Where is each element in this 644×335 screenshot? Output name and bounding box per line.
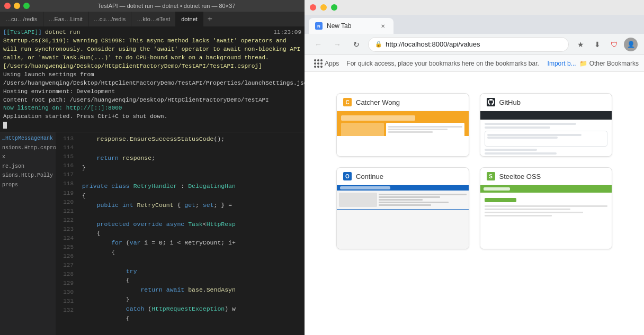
- browser-toolbar-icons: ★ ⬇ 🛡 👤: [573, 37, 638, 52]
- terminal-line-4: Hosting environment: Development: [3, 88, 301, 96]
- code-line: [82, 173, 305, 182]
- browser-tab-newtab[interactable]: N New Tab ✕: [309, 18, 393, 34]
- code-line: private class RetryHandler : DelegatingH…: [82, 182, 305, 191]
- code-line: protected override async Task<HttpResp: [82, 220, 305, 229]
- close-button[interactable]: [4, 3, 11, 9]
- browser-toolbar: ← → ↻ 🔒 http://localhost:8000/api/values…: [305, 34, 644, 55]
- other-bookmarks-label: Other Bookmarks: [589, 60, 639, 67]
- address-bar[interactable]: 🔒 http://localhost:8000/api/values: [368, 37, 569, 52]
- shield-icon[interactable]: 🛡: [607, 37, 622, 52]
- terminal-line-3: Using launch settings from /Users/huangw…: [3, 71, 301, 88]
- folder-icon: 📁: [579, 60, 587, 67]
- terminal-editor-panel: TestAPI — dotnet run — dotnet • dotnet r…: [0, 0, 305, 335]
- code-line: {: [82, 314, 305, 323]
- code-editor: …HttpMessageHank nsions.Http.csproj x re…: [0, 132, 305, 335]
- browser-minimize-button[interactable]: [320, 4, 327, 11]
- code-line: }: [82, 163, 305, 173]
- bookmarks-grid: C Catcher Wong: [336, 93, 612, 249]
- card-favicon: O: [343, 172, 352, 180]
- bookmark-card-catcher-wong[interactable]: C Catcher Wong: [336, 93, 469, 157]
- bookmarks-hint-text: For quick access, place your bookmarks h…: [346, 60, 544, 67]
- line-numbers: 113114115116 117118119120 121122123124 1…: [56, 132, 78, 335]
- browser-maximize-button[interactable]: [331, 4, 337, 11]
- terminal-line-5: Content root path: /Users/huangwenqing/D…: [3, 96, 301, 105]
- file-tree-sidebar: …HttpMessageHank nsions.Http.csproj x re…: [0, 132, 56, 335]
- tab-close-button[interactable]: ✕: [379, 22, 387, 30]
- new-tab-button[interactable]: +: [203, 12, 217, 26]
- code-line: [82, 210, 305, 220]
- editor-tab-1[interactable]: …Eas…Limit: [43, 12, 88, 26]
- browser-tab-bar: N New Tab ✕: [305, 15, 644, 34]
- editor-tab-bar: …cu…/redis …Eas…Limit …cu…/redis …kto…eT…: [0, 12, 305, 26]
- browser-close-button[interactable]: [310, 4, 316, 11]
- user-avatar[interactable]: 👤: [624, 38, 638, 51]
- maximize-button[interactable]: [23, 3, 30, 9]
- browser-panel: N New Tab ✕ ← → ↻ 🔒 http://localhost:800…: [305, 0, 644, 335]
- card-preview: [480, 185, 612, 249]
- editor-tab-4[interactable]: dotnet: [176, 12, 203, 26]
- other-bookmarks-button[interactable]: 📁 Other Bookmarks: [579, 60, 639, 67]
- card-title: Continue: [356, 173, 383, 180]
- code-line: try: [82, 267, 305, 276]
- terminal-line-6: Now listening on: http://[::]:8000: [3, 104, 301, 113]
- code-line: {: [82, 248, 305, 257]
- back-button[interactable]: ←: [311, 37, 326, 52]
- card-favicon: S: [487, 172, 495, 180]
- code-line: [82, 144, 305, 153]
- code-line: catch (HttpRequestException) w: [82, 304, 305, 314]
- terminal-output: [[TestAPI]] dotnet run 11:23:09 Startup.…: [0, 26, 305, 132]
- import-bookmarks-button[interactable]: Import b...: [548, 60, 576, 67]
- window-title: TestAPI — dotnet run — dotnet • dotnet r…: [33, 3, 300, 9]
- code-line: response.EnsureSuccessStatusCode();: [82, 134, 305, 144]
- bookmark-card-github[interactable]: GitHub: [480, 93, 613, 157]
- code-line: return response;: [82, 153, 305, 163]
- card-favicon: C: [343, 98, 352, 106]
- mac-titlebar: TestAPI — dotnet run — dotnet • dotnet r…: [0, 0, 305, 12]
- browser-titlebar: [305, 0, 644, 15]
- terminal-line-7: Application started. Press Ctrl+C to shu…: [3, 113, 301, 121]
- code-line: {: [82, 191, 305, 201]
- apps-button[interactable]: Apps: [310, 58, 343, 69]
- code-line: public int RetryCount { get; set; } =: [82, 201, 305, 210]
- apps-grid-icon: [314, 59, 323, 68]
- newtab-content: C Catcher Wong: [305, 72, 644, 335]
- lock-icon: 🔒: [375, 41, 382, 48]
- tab-label: New Tab: [327, 22, 351, 30]
- bookmark-card-continue[interactable]: O Continue: [336, 167, 469, 249]
- minimize-button[interactable]: [14, 3, 20, 9]
- editor-tab-2[interactable]: …cu…/redis: [88, 12, 132, 26]
- bookmark-star-icon[interactable]: ★: [573, 37, 588, 52]
- card-title: GitHub: [499, 98, 521, 106]
- apps-label: Apps: [325, 60, 339, 67]
- card-title: Catcher Wong: [356, 98, 400, 106]
- terminal-line-warn: Startup.cs(36,119): warning CS1998: This…: [3, 37, 301, 71]
- code-line: for (var i = 0; i < RetryCount; i+: [82, 238, 305, 248]
- card-header: O Continue: [337, 168, 469, 185]
- url-text: http://localhost:8000/api/values: [386, 40, 480, 48]
- download-icon[interactable]: ⬇: [590, 37, 605, 52]
- card-favicon: [487, 98, 495, 106]
- code-line: {: [82, 229, 305, 238]
- tab-favicon: N: [315, 22, 323, 30]
- bookmarks-bar: Apps For quick access, place your bookma…: [305, 55, 644, 72]
- card-header: C Catcher Wong: [337, 94, 469, 111]
- code-line: {: [82, 276, 305, 285]
- terminal-cursor: [3, 122, 7, 129]
- reload-button[interactable]: ↻: [349, 37, 364, 52]
- card-preview: [480, 111, 612, 157]
- code-lines: response.EnsureSuccessStatusCode(); retu…: [78, 132, 305, 335]
- card-preview: [337, 185, 469, 249]
- code-line: }: [82, 295, 305, 304]
- forward-button[interactable]: →: [330, 37, 345, 52]
- card-title: Steeltoe OSS: [499, 173, 541, 180]
- bookmark-card-steeltoe[interactable]: S Steeltoe OSS: [480, 167, 613, 249]
- code-line: [82, 257, 305, 267]
- editor-tab-3[interactable]: …kto…eTest: [131, 12, 176, 26]
- editor-tab-0[interactable]: …cu…/redis: [0, 12, 43, 26]
- card-preview: [337, 111, 469, 157]
- card-header: GitHub: [480, 94, 612, 111]
- card-header: S Steeltoe OSS: [480, 168, 612, 185]
- code-line: return await base.SendAsyn: [82, 285, 305, 295]
